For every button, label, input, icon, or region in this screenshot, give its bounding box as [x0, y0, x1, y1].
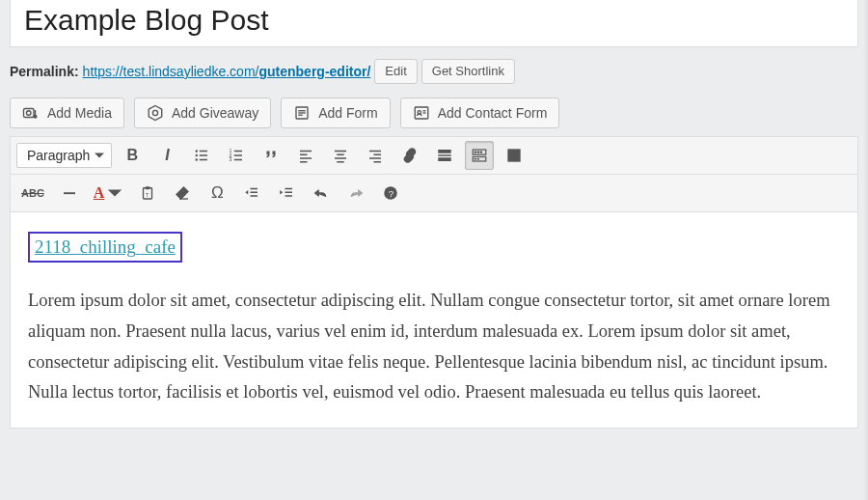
- svg-rect-30: [335, 157, 346, 159]
- svg-point-12: [196, 150, 198, 152]
- bold-button[interactable]: B: [118, 141, 147, 170]
- svg-text:?: ?: [389, 188, 394, 199]
- fullscreen-button[interactable]: [500, 141, 529, 170]
- svg-rect-41: [477, 152, 479, 153]
- link-icon: [401, 147, 419, 164]
- add-giveaway-button[interactable]: Add Giveaway: [134, 97, 271, 128]
- add-contact-form-button[interactable]: Add Contact Form: [400, 97, 560, 128]
- text-color-button[interactable]: A: [90, 179, 128, 208]
- svg-text:3: 3: [230, 156, 232, 162]
- add-media-label: Add Media: [47, 105, 112, 121]
- post-title-text: Example Blog Post: [24, 4, 844, 37]
- paste-text-button[interactable]: T: [133, 179, 162, 208]
- post-title-field[interactable]: Example Blog Post: [10, 0, 858, 47]
- permalink-label: Permalink:: [10, 64, 79, 79]
- svg-rect-16: [200, 154, 207, 156]
- svg-rect-15: [200, 151, 207, 153]
- bullet-list-button[interactable]: [187, 141, 216, 170]
- svg-point-1: [27, 111, 32, 116]
- outdent-button[interactable]: [237, 179, 266, 208]
- svg-rect-42: [480, 152, 482, 153]
- svg-point-2: [34, 115, 37, 118]
- shortcode-link[interactable]: 2118_chilling_cafe: [35, 236, 176, 257]
- special-char-button[interactable]: Ω: [203, 179, 231, 208]
- permalink-base: https://test.lindsayliedke.com/: [83, 64, 259, 79]
- add-contact-form-label: Add Contact Form: [438, 105, 548, 121]
- indent-button[interactable]: [272, 179, 301, 208]
- align-center-icon: [332, 147, 349, 164]
- editor-content[interactable]: 2118_chilling_cafe Lorem ipsum dolor sit…: [11, 212, 857, 428]
- svg-rect-25: [300, 154, 308, 156]
- svg-rect-57: [285, 192, 293, 194]
- permalink-slug: gutenberg-editor/: [258, 64, 370, 79]
- svg-rect-0: [24, 109, 35, 118]
- svg-rect-47: [511, 152, 519, 159]
- help-icon: ?: [382, 184, 399, 202]
- number-list-button[interactable]: 123: [222, 141, 251, 170]
- fullscreen-icon: [505, 147, 523, 164]
- panel-edge: [863, 0, 868, 500]
- bullet-list-icon: [193, 147, 210, 164]
- svg-rect-40: [475, 152, 476, 153]
- editor-wrap: Paragraph B I 123 ABC A T Ω ? 2118_chill…: [10, 136, 858, 429]
- redo-icon: [347, 184, 365, 202]
- permalink-link[interactable]: https://test.lindsayliedke.com/gutenberg…: [83, 64, 371, 79]
- outdent-icon: [243, 184, 260, 202]
- align-center-button[interactable]: [326, 141, 355, 170]
- align-left-icon: [297, 147, 314, 164]
- add-form-label: Add Form: [318, 105, 377, 121]
- italic-button[interactable]: I: [152, 141, 181, 170]
- media-buttons-row: Add Media Add Giveaway Add Form Add Cont…: [10, 97, 858, 128]
- format-select[interactable]: Paragraph: [16, 143, 112, 168]
- svg-rect-17: [200, 159, 207, 161]
- svg-point-3: [152, 110, 157, 115]
- link-button[interactable]: [395, 141, 424, 170]
- toolbar-toggle-button[interactable]: [465, 141, 494, 170]
- svg-rect-36: [439, 150, 452, 153]
- align-left-button[interactable]: [291, 141, 320, 170]
- format-select-value: Paragraph: [27, 148, 90, 163]
- hr-button[interactable]: [55, 179, 84, 208]
- body-paragraph: Lorem ipsum dolor sit amet, consectetur …: [28, 286, 840, 408]
- undo-button[interactable]: [307, 179, 336, 208]
- permalink-row: Permalink: https://test.lindsayliedke.co…: [10, 59, 858, 84]
- hr-icon: [61, 184, 78, 202]
- add-form-button[interactable]: Add Form: [281, 97, 390, 128]
- svg-rect-8: [415, 107, 428, 119]
- svg-rect-32: [369, 151, 381, 153]
- edit-permalink-button[interactable]: Edit: [374, 59, 417, 84]
- svg-rect-27: [300, 161, 308, 163]
- svg-rect-56: [285, 188, 293, 190]
- svg-rect-48: [64, 192, 75, 194]
- svg-rect-50: [146, 186, 150, 189]
- svg-rect-37: [439, 154, 452, 156]
- strikethrough-button[interactable]: ABC: [16, 179, 49, 208]
- align-right-icon: [366, 147, 384, 164]
- svg-rect-22: [234, 154, 242, 156]
- svg-rect-26: [300, 157, 312, 159]
- svg-rect-31: [338, 161, 345, 163]
- giveaway-icon: [147, 104, 164, 122]
- redo-button[interactable]: [341, 179, 370, 208]
- svg-point-9: [418, 111, 420, 114]
- number-list-icon: 123: [228, 147, 245, 164]
- svg-rect-34: [369, 157, 381, 159]
- toolbar-row-2: ABC A T Ω ?: [11, 175, 857, 212]
- svg-rect-33: [374, 154, 382, 156]
- toolbar-row-1: Paragraph B I 123: [11, 137, 857, 175]
- help-button[interactable]: ?: [376, 179, 405, 208]
- svg-rect-23: [234, 159, 242, 161]
- more-tag-icon: [436, 147, 453, 164]
- form-icon: [293, 104, 311, 122]
- align-right-button[interactable]: [361, 141, 390, 170]
- eraser-icon: [174, 184, 191, 202]
- insert-more-button[interactable]: [430, 141, 459, 170]
- svg-rect-21: [234, 151, 242, 153]
- svg-text:T: T: [146, 192, 149, 198]
- get-shortlink-button[interactable]: Get Shortlink: [421, 59, 515, 84]
- svg-point-14: [196, 158, 198, 160]
- toolbar-toggle-icon: [471, 147, 488, 164]
- add-media-button[interactable]: Add Media: [10, 97, 124, 128]
- blockquote-button[interactable]: [257, 141, 285, 170]
- clear-format-button[interactable]: [168, 179, 197, 208]
